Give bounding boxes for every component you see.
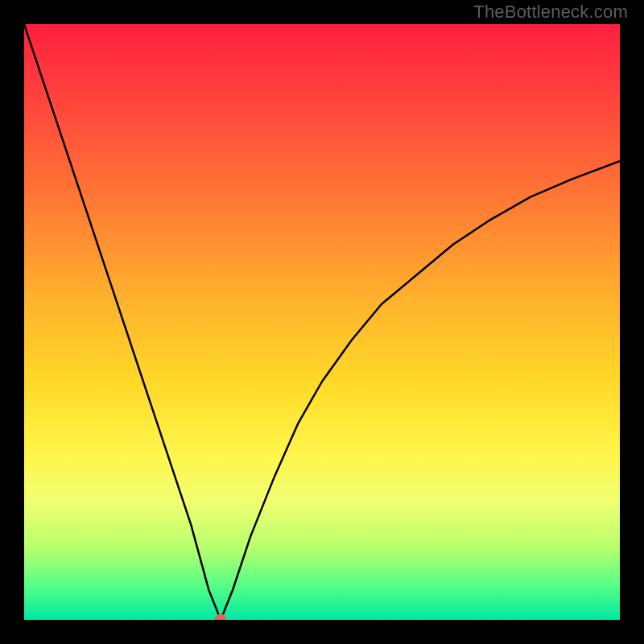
watermark-label: TheBottleneck.com [473, 2, 628, 23]
plot-area [24, 24, 620, 620]
background-gradient [24, 24, 620, 620]
chart-frame: TheBottleneck.com [0, 0, 644, 644]
